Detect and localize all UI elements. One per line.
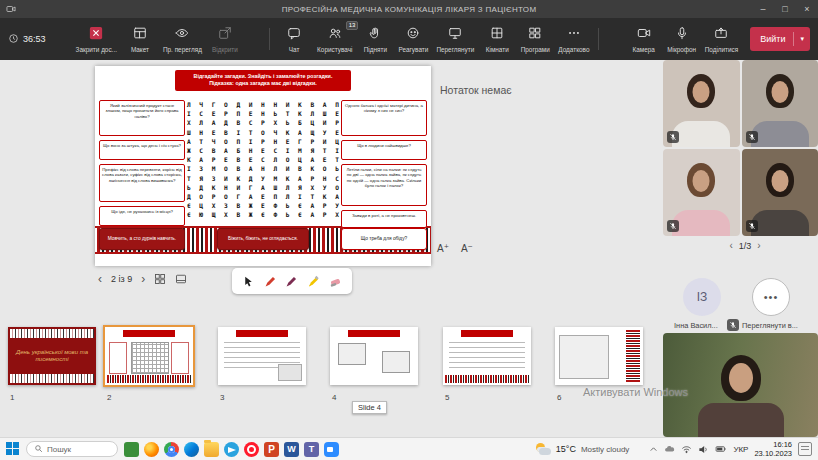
raise-hand-icon: [368, 26, 382, 44]
taskbar-search[interactable]: Пошук: [26, 441, 118, 457]
font-increase-button[interactable]: А⁺: [437, 243, 449, 254]
grid-letter: Ю: [199, 211, 203, 218]
taskbar-app-opera[interactable]: [244, 442, 259, 457]
thumbnail-art: [278, 364, 302, 381]
taskbar-clock[interactable]: 16:16 23.10.2023: [754, 440, 792, 459]
toolbar-button-react[interactable]: Реагувати: [394, 18, 432, 60]
notes-font-controls: А⁺ А⁻: [437, 243, 473, 254]
grid-view-icon[interactable]: [154, 273, 166, 285]
notification-center-button[interactable]: [798, 442, 812, 456]
toolbar-button-chat[interactable]: Чат: [275, 18, 313, 60]
taskbar-app-word[interactable]: [284, 442, 299, 457]
presenter-view-icon[interactable]: [175, 273, 187, 285]
taskbar-app-teams[interactable]: [304, 442, 319, 457]
taskbar-app-windows-security[interactable]: [124, 442, 139, 457]
grid-letter: М: [298, 147, 302, 154]
taskbar-app-powerpoint[interactable]: [264, 442, 279, 457]
close-button[interactable]: ×: [796, 4, 818, 14]
taskbar-app-firefox[interactable]: [144, 442, 159, 457]
toolbar-button-view[interactable]: Переглянути: [432, 18, 478, 60]
next-slide-button[interactable]: ›: [141, 272, 145, 286]
font-decrease-button[interactable]: А⁻: [461, 243, 473, 254]
toolbar-button-camera[interactable]: Камера: [625, 18, 663, 60]
grid-letter: Є: [187, 211, 191, 218]
toolbar-button-people[interactable]: Користувачі13: [313, 18, 356, 60]
toolbar-button-apps[interactable]: Програми: [516, 18, 554, 60]
maximize-button[interactable]: □: [774, 4, 796, 14]
weather-widget[interactable]: 15°C Mostly cloudy: [535, 442, 630, 456]
grid-letter: К: [187, 156, 191, 163]
start-button[interactable]: [6, 442, 20, 456]
thumbnail-number: 5: [445, 393, 449, 402]
battery-icon[interactable]: [715, 443, 727, 455]
slide-thumbnail-6[interactable]: [555, 327, 643, 385]
previous-slide-button[interactable]: ‹: [98, 272, 102, 286]
grid-letter: Є: [261, 211, 265, 218]
grid-letter: В: [236, 165, 240, 172]
participant-video-tile[interactable]: [663, 149, 740, 236]
grid-letter: О: [335, 184, 339, 191]
person-face: [771, 81, 788, 103]
slide-thumbnail-1[interactable]: День української мови та писемності: [8, 327, 96, 385]
toolbar-button-open[interactable]: Відкрити: [206, 18, 244, 60]
eraser-tool[interactable]: [329, 275, 342, 288]
taskbar-app-zoom[interactable]: [324, 442, 339, 457]
toolbar-button-close-doc[interactable]: Закрити дос...: [72, 18, 121, 60]
mic-icon: [675, 26, 689, 44]
toolbar-button-raise-hand[interactable]: Підняти: [356, 18, 394, 60]
cursor-tool[interactable]: [242, 275, 255, 288]
grid-letter: Д: [187, 193, 191, 200]
riddle-box: Що в людини найшвидше?: [341, 140, 427, 160]
toolbar-button-share[interactable]: Поділитися: [701, 18, 743, 60]
presentation-stage: Відгадайте загадки. Знайдіть і замалюйте…: [0, 60, 818, 437]
taskbar-app-file-explorer[interactable]: [204, 442, 219, 457]
slide-thumbnail-2[interactable]: [103, 325, 195, 387]
grid-letter: С: [261, 156, 265, 163]
taskbar-app-edge[interactable]: [184, 442, 199, 457]
grid-letter: Н: [273, 138, 277, 145]
grid-letter: І: [286, 147, 290, 154]
red-pen-tool[interactable]: [264, 275, 277, 288]
taskbar-app-telegram[interactable]: [224, 442, 239, 457]
taskbar-apps: [124, 442, 339, 457]
participant-video-tile[interactable]: [742, 149, 818, 236]
grid-letter: Н: [323, 175, 327, 182]
grid-letter: У: [335, 202, 339, 209]
grid-letter: Г: [298, 138, 302, 145]
thumbnail-art: [626, 330, 640, 382]
toolbar-button-mic[interactable]: Мікрофон: [663, 18, 701, 60]
wifi-icon[interactable]: [681, 444, 692, 455]
highlighter-tool[interactable]: [307, 275, 320, 288]
slide-thumbnail-5[interactable]: [443, 327, 531, 385]
onedrive-icon[interactable]: [664, 444, 675, 455]
toolbar-button-preview[interactable]: Пр. перегляд: [159, 18, 206, 60]
dark-pen-tool[interactable]: [285, 275, 298, 288]
letter-grid-row: КАРЕВЕСЛОЦАЕТ: [187, 155, 339, 164]
leave-button[interactable]: Вийти ▾: [750, 27, 810, 51]
toolbar-button-layout[interactable]: Макет: [121, 18, 159, 60]
participant-video-tile[interactable]: [742, 60, 818, 147]
taskbar-app-chrome[interactable]: [164, 442, 179, 457]
tray-expand-icon[interactable]: [649, 445, 658, 454]
volume-icon[interactable]: [698, 444, 709, 455]
toolbar-button-more[interactable]: Додатково: [554, 18, 593, 60]
toolbar-button-rooms[interactable]: Кімнати: [478, 18, 516, 60]
toolbar-button-label: Переглянути: [436, 46, 474, 53]
participant-video-tile[interactable]: [663, 60, 740, 147]
self-video-tile[interactable]: [663, 333, 818, 437]
presentation-slide[interactable]: Відгадайте загадки. Знайдіть і замалюйте…: [95, 66, 431, 266]
participant-avatar[interactable]: ІЗ: [683, 278, 721, 316]
grid-letter: О: [199, 193, 203, 200]
page-next-icon[interactable]: ›: [757, 240, 760, 251]
more-participants-button[interactable]: •••: [752, 278, 790, 316]
grid-letter: Ж: [249, 202, 253, 209]
grid-letter: Т: [335, 156, 339, 163]
language-indicator[interactable]: УКР: [733, 445, 748, 454]
chevron-down-icon[interactable]: ▾: [800, 35, 810, 43]
slide-thumbnail-3[interactable]: [218, 327, 306, 385]
grid-letter: С: [273, 147, 277, 154]
grid-letter: Х: [224, 211, 228, 218]
minimize-button[interactable]: –: [752, 4, 774, 14]
page-previous-icon[interactable]: ‹: [729, 240, 732, 251]
slide-thumbnail-4[interactable]: [330, 327, 418, 385]
